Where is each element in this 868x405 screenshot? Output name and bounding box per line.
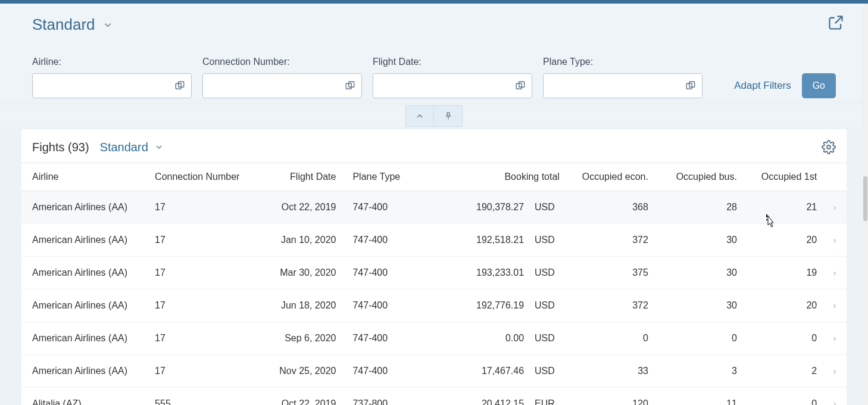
value-help-icon[interactable] xyxy=(345,80,355,91)
cell-date: Jan 10, 2020 xyxy=(267,224,347,257)
cell-airline: American Airlines (AA) xyxy=(21,224,149,257)
cell-date: Jun 18, 2020 xyxy=(267,289,347,322)
cell-booking: 20,412.15 xyxy=(435,388,530,406)
adapt-filters-link[interactable]: Adapt Filters xyxy=(734,80,791,92)
pin-header-button[interactable] xyxy=(434,105,463,127)
flight-date-input[interactable] xyxy=(373,74,532,98)
table-settings-icon[interactable] xyxy=(822,140,836,154)
cell-first: 21 xyxy=(743,191,823,224)
scrollbar[interactable] xyxy=(862,4,868,405)
collapse-header-button[interactable] xyxy=(405,105,434,127)
cell-airline: American Airlines (AA) xyxy=(21,289,149,322)
cell-plane: 747-400 xyxy=(346,224,435,257)
cell-booking: 0.00 xyxy=(435,322,530,355)
cell-plane: 747-400 xyxy=(346,355,435,388)
svg-point-9 xyxy=(827,145,830,149)
cell-econ: 33 xyxy=(566,355,654,388)
cell-booking: 193,233.01 xyxy=(435,257,530,289)
variant-selector[interactable]: Standard xyxy=(32,15,836,34)
column-header[interactable]: Airline xyxy=(21,163,149,191)
row-navigate[interactable]: › xyxy=(823,322,847,355)
cell-econ: 372 xyxy=(566,224,654,257)
table-row[interactable]: American Airlines (AA) 17 Jan 10, 2020 7… xyxy=(21,224,847,257)
chevron-right-icon: › xyxy=(833,202,836,212)
row-navigate[interactable]: › xyxy=(823,289,847,322)
plane-type-input[interactable] xyxy=(544,74,702,98)
cell-airline: American Airlines (AA) xyxy=(21,322,149,355)
scrollbar-thumb[interactable] xyxy=(863,176,867,221)
cell-bus: 30 xyxy=(654,224,743,257)
filter-connection: Connection Number: xyxy=(202,57,362,98)
cell-bus: 28 xyxy=(654,191,743,224)
table-row[interactable]: Alitalia (AZ) 555 Oct 22, 2019 737-800 2… xyxy=(21,388,847,406)
filter-flight-date: Flight Date: xyxy=(373,57,532,98)
value-help-icon[interactable] xyxy=(685,80,696,91)
connection-input[interactable] xyxy=(203,74,361,98)
cell-date: Oct 22, 2019 xyxy=(267,388,347,406)
row-navigate[interactable]: › xyxy=(823,388,847,406)
table-title: Fights (93) xyxy=(32,141,89,154)
column-header[interactable]: Flight Date xyxy=(267,163,347,191)
cell-plane: 747-400 xyxy=(346,191,435,224)
cell-currency: USD xyxy=(530,355,566,388)
cell-first: 20 xyxy=(743,289,823,322)
table-row[interactable]: American Airlines (AA) 17 Jun 18, 2020 7… xyxy=(21,289,847,322)
cell-bus: 30 xyxy=(654,257,743,289)
column-header[interactable]: Plane Type xyxy=(346,163,435,191)
column-header[interactable]: Connection Number xyxy=(149,163,267,191)
filter-airline: Airline: xyxy=(32,57,192,98)
chevron-right-icon: › xyxy=(833,334,836,343)
filter-label: Flight Date: xyxy=(373,57,532,67)
chevron-right-icon: › xyxy=(833,366,836,376)
column-header[interactable]: Occupied econ. xyxy=(566,163,654,191)
row-navigate[interactable]: › xyxy=(823,355,847,388)
chevron-down-icon xyxy=(102,20,113,30)
cell-booking: 192,518.21 xyxy=(435,224,530,257)
cell-econ: 0 xyxy=(566,322,654,355)
cell-airline: American Airlines (AA) xyxy=(21,355,149,388)
filter-label: Airline: xyxy=(32,57,192,67)
table-row[interactable]: American Airlines (AA) 17 Mar 30, 2020 7… xyxy=(21,257,847,289)
table-row[interactable]: American Airlines (AA) 17 Sep 6, 2020 74… xyxy=(21,322,847,355)
cell-currency: USD xyxy=(530,322,566,355)
table-row[interactable]: American Airlines (AA) 17 Oct 22, 2019 7… xyxy=(21,191,847,224)
cell-currency: USD xyxy=(530,224,566,257)
column-header[interactable]: Booking total xyxy=(435,163,566,191)
value-help-icon[interactable] xyxy=(515,80,526,91)
chevron-right-icon: › xyxy=(833,235,836,245)
table-variant-selector[interactable]: Standard xyxy=(100,141,164,154)
cell-date: Nov 25, 2020 xyxy=(267,355,347,388)
cell-airline: American Airlines (AA) xyxy=(21,257,149,289)
cell-econ: 120 xyxy=(566,388,654,406)
cell-date: Oct 22, 2019 xyxy=(267,191,347,224)
column-header[interactable]: Occupied bus. xyxy=(654,163,743,191)
value-help-icon[interactable] xyxy=(174,80,185,91)
cell-connection: 17 xyxy=(149,257,267,289)
go-button[interactable]: Go xyxy=(802,73,836,98)
table-row[interactable]: American Airlines (AA) 17 Nov 25, 2020 7… xyxy=(21,355,847,388)
share-icon[interactable] xyxy=(828,14,844,31)
airline-input[interactable] xyxy=(33,74,191,98)
cell-first: 0 xyxy=(743,322,823,355)
cell-bus: 30 xyxy=(654,289,743,322)
table-variant-label: Standard xyxy=(100,141,148,154)
cell-connection: 17 xyxy=(149,224,267,257)
cell-connection: 555 xyxy=(149,388,267,406)
cell-econ: 375 xyxy=(566,257,654,289)
row-navigate[interactable]: › xyxy=(823,224,847,257)
cell-first: 19 xyxy=(743,257,823,289)
chevron-down-icon xyxy=(154,142,164,152)
column-header[interactable]: Occupied 1st xyxy=(743,163,823,191)
row-navigate[interactable]: › xyxy=(823,257,847,289)
row-navigate[interactable]: › xyxy=(823,191,847,224)
cell-currency: USD xyxy=(530,191,566,224)
cell-bus: 11 xyxy=(654,388,743,406)
cell-currency: USD xyxy=(530,289,566,322)
cell-bus: 0 xyxy=(654,322,743,355)
chevron-right-icon: › xyxy=(833,399,836,405)
cell-connection: 17 xyxy=(149,289,267,322)
cell-plane: 747-400 xyxy=(346,257,435,289)
cell-connection: 17 xyxy=(149,322,267,355)
cell-currency: EUR xyxy=(530,388,566,406)
cell-plane: 747-400 xyxy=(346,322,435,355)
